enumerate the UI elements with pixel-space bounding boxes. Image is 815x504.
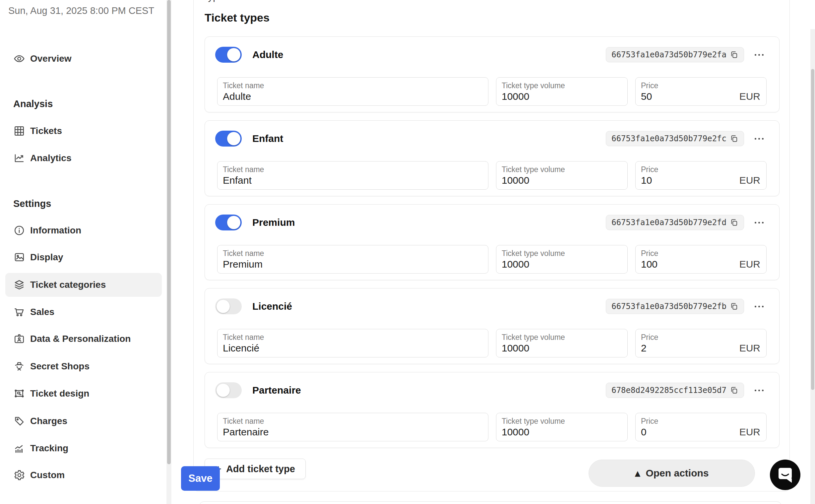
sidebar-item-charges[interactable]: Charges: [5, 409, 162, 433]
field-value: 10000: [502, 258, 622, 271]
toggle-knob: [227, 132, 240, 145]
ticket-name-field[interactable]: Ticket name Premium: [217, 245, 488, 274]
ticket-id-badge[interactable]: 66753fa1e0a73d50b779e2fd: [606, 215, 744, 230]
ticket-card: Partenaire 678e8d2492285ccf113e05d7 Tick…: [205, 372, 780, 448]
sidebar-item-tracking[interactable]: Tracking: [5, 436, 162, 460]
ticket-id: 678e8d2492285ccf113e05d7: [611, 386, 726, 395]
ticket-price-field[interactable]: Price 0EUR: [635, 413, 767, 441]
toggle-knob: [217, 384, 230, 397]
toggle-knob: [227, 216, 240, 229]
field-label: Ticket name: [223, 249, 483, 258]
page-scrollbar-thumb[interactable]: [811, 69, 814, 390]
copy-icon[interactable]: [730, 386, 738, 395]
copy-icon[interactable]: [730, 134, 738, 143]
chat-launcher-button[interactable]: [770, 460, 800, 490]
more-actions-button[interactable]: [754, 304, 764, 309]
sidebar-item-label: Ticket categories: [30, 280, 106, 290]
copy-icon[interactable]: [730, 50, 738, 59]
ticket-name-field[interactable]: Ticket name Adulte: [217, 77, 488, 106]
sidebar-item-label: Tickets: [30, 126, 62, 136]
ticket-name-field[interactable]: Ticket name Licencié: [217, 329, 488, 357]
more-actions-button[interactable]: [754, 52, 764, 58]
sidebar-item-overview[interactable]: Overview: [5, 47, 162, 71]
ticket-title: Enfant: [252, 133, 283, 144]
ticket-id-badge[interactable]: 66753fa1e0a73d50b779e2fc: [606, 131, 744, 146]
sidebar-item-label: Charges: [30, 416, 67, 426]
ticket-card-header: Adulte 66753fa1e0a73d50b779e2fa: [215, 46, 764, 63]
sidebar-item-analytics[interactable]: Analytics: [5, 146, 162, 170]
sidebar-item-secret-shops[interactable]: Secret Shops: [5, 354, 162, 378]
info-icon: [13, 224, 25, 236]
sidebar-item-custom[interactable]: Custom: [5, 463, 162, 487]
save-button[interactable]: Save: [181, 466, 220, 491]
sidebar-item-label: Data & Personalization: [30, 334, 131, 344]
next-section-panel: [199, 501, 782, 504]
currency-label: EUR: [739, 426, 761, 438]
ticket-volume-field[interactable]: Ticket type volume 10000: [496, 329, 628, 357]
open-actions-button[interactable]: ▲ Open actions: [589, 460, 755, 487]
sidebar-scrollbar[interactable]: [166, 0, 171, 504]
triangle-up-icon: ▲: [635, 469, 641, 477]
ticket-enabled-toggle[interactable]: [215, 215, 242, 230]
ticket-name-field[interactable]: Ticket name Partenaire: [217, 413, 488, 441]
sidebar-item-tickets[interactable]: Tickets: [5, 119, 162, 143]
ticket-title: Partenaire: [252, 385, 301, 396]
field-label: Ticket name: [223, 417, 483, 426]
field-value: Licencié: [223, 342, 483, 354]
ticket-volume-field[interactable]: Ticket type volume 10000: [496, 161, 628, 190]
ticket-id: 66753fa1e0a73d50b779e2fd: [611, 218, 726, 227]
currency-label: EUR: [739, 343, 761, 354]
page-scrollbar[interactable]: [810, 29, 815, 504]
ticket-id: 66753fa1e0a73d50b779e2fa: [611, 50, 726, 59]
sidebar-item-label: Analytics: [30, 153, 72, 163]
copy-icon[interactable]: [730, 218, 738, 227]
sidebar-scrollbar-thumb[interactable]: [167, 0, 171, 464]
ticket-volume-field[interactable]: Ticket type volume 10000: [496, 245, 628, 274]
more-actions-button[interactable]: [754, 220, 764, 225]
frame-icon: [13, 388, 25, 400]
more-actions-button[interactable]: [754, 136, 764, 142]
layers-icon: [13, 279, 25, 291]
field-label: Ticket type volume: [502, 165, 622, 174]
field-value: Adulte: [223, 90, 483, 103]
ticket-fields: Ticket name Enfant Ticket type volume 10…: [217, 161, 767, 190]
sidebar-section-settings: Settings: [13, 198, 51, 209]
ticket-id-badge[interactable]: 678e8d2492285ccf113e05d7: [606, 383, 744, 398]
field-label: Ticket type volume: [502, 81, 622, 90]
sidebar-item-display[interactable]: Display: [5, 245, 162, 269]
ticket-id-badge[interactable]: 66753fa1e0a73d50b779e2fb: [606, 299, 744, 314]
ticket-volume-field[interactable]: Ticket type volume 10000: [496, 413, 628, 441]
sidebar-item-data-personalization[interactable]: Data & Personalization: [5, 327, 162, 351]
ticket-enabled-toggle[interactable]: [215, 47, 242, 63]
sidebar-item-sales[interactable]: Sales: [5, 300, 162, 324]
sidebar-item-ticket-categories[interactable]: Ticket categories: [5, 273, 162, 297]
ticket-enabled-toggle[interactable]: [215, 382, 242, 398]
field-value: 10000: [502, 342, 622, 354]
ticket-fields: Ticket name Adulte Ticket type volume 10…: [217, 77, 767, 106]
field-value: 100: [641, 258, 658, 271]
ticket-price-field[interactable]: Price 100EUR: [635, 245, 767, 274]
ticket-enabled-toggle[interactable]: [215, 298, 242, 314]
sidebar-item-label: Tracking: [30, 443, 68, 454]
sidebar-item-label: Display: [30, 252, 63, 263]
add-ticket-type-label: Add ticket type: [226, 464, 295, 474]
field-label: Price: [641, 333, 761, 342]
field-value: 10000: [502, 174, 622, 187]
ticket-title: Licencié: [252, 301, 292, 312]
ticket-enabled-toggle[interactable]: [215, 131, 242, 147]
sidebar-item-ticket-design[interactable]: Ticket design: [5, 382, 162, 406]
field-label: Ticket name: [223, 165, 483, 174]
copy-icon[interactable]: [730, 302, 738, 311]
sidebar-item-information[interactable]: Information: [5, 219, 162, 242]
ticket-name-field[interactable]: Ticket name Enfant: [217, 161, 488, 190]
ticket-id-badge[interactable]: 66753fa1e0a73d50b779e2fa: [606, 47, 744, 62]
ticket-price-field[interactable]: Price 10EUR: [635, 161, 767, 190]
ticket-price-field[interactable]: Price 2EUR: [635, 329, 767, 357]
ticket-volume-field[interactable]: Ticket type volume 10000: [496, 77, 628, 106]
ticket-price-field[interactable]: Price 50EUR: [635, 77, 767, 106]
event-date: Sun, Aug 31, 2025 8:00 PM CEST: [8, 5, 154, 16]
sidebar-item-label: Secret Shops: [30, 361, 90, 372]
field-value: 10000: [502, 90, 622, 103]
id-card-icon: [13, 333, 25, 345]
more-actions-button[interactable]: [754, 388, 764, 393]
